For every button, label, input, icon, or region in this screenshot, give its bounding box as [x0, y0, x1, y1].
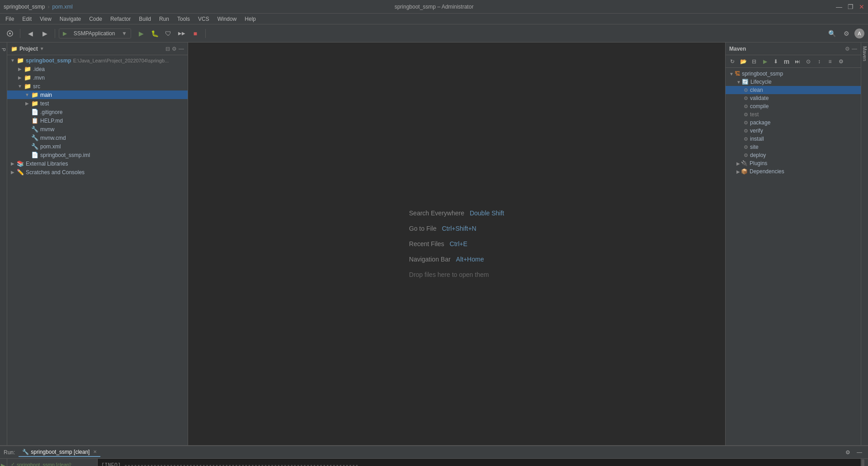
run-button[interactable]: ▶	[135, 27, 147, 40]
pom-label: pom.xml	[40, 143, 61, 150]
toolbar-vcs-btn[interactable]	[4, 27, 16, 40]
console-output[interactable]: [INFO] ---------------------------------…	[98, 459, 861, 466]
menu-vcs[interactable]: VCS	[194, 15, 213, 23]
dependencies-icon: 📦	[741, 168, 748, 175]
tree-root[interactable]: ▼ 📁 springboot_ssmp E:\Java_Learn\Projec…	[7, 56, 188, 65]
maven-plugins-group[interactable]: ▶ 🔌 Plugins	[726, 159, 861, 167]
maximize-button[interactable]: ❐	[848, 3, 854, 10]
tree-iml[interactable]: 📄 springboot_ssmp.iml	[7, 151, 188, 159]
maven-reload-btn[interactable]: ↻	[727, 57, 737, 67]
maven-execute-btn[interactable]: m	[782, 57, 792, 67]
more-run-button[interactable]: ▶▶	[175, 27, 188, 40]
maven-more-btn[interactable]: ⚙	[836, 57, 846, 67]
maven-download-btn[interactable]: ⬇	[771, 57, 781, 67]
tree-mvnw[interactable]: 🔧 mvnw	[7, 125, 188, 133]
maven-validate[interactable]: ⚙ validate	[726, 94, 861, 102]
left-sidebar-project-label[interactable]: P	[0, 44, 7, 55]
package-gear-icon: ⚙	[744, 120, 748, 126]
maven-install[interactable]: ⚙ install	[726, 135, 861, 143]
minimize-button[interactable]: —	[836, 3, 842, 10]
menu-window[interactable]: Window	[214, 15, 241, 23]
account-btn[interactable]: A	[854, 29, 864, 38]
tree-pom[interactable]: 🔧 pom.xml	[7, 142, 188, 151]
ext-libs-arrow: ▶	[9, 161, 16, 166]
maven-filter-btn[interactable]: ≡	[825, 57, 835, 67]
tree-mvn[interactable]: ▶ 📁 .mvn	[7, 73, 188, 82]
search-everywhere-btn[interactable]: 🔍	[826, 27, 838, 40]
collapse-all-btn[interactable]: ⊟	[165, 46, 170, 52]
maven-deploy[interactable]: ⚙ deploy	[726, 151, 861, 159]
maven-collapse-btn[interactable]: ⊟	[749, 57, 759, 67]
maven-compile[interactable]: ⚙ compile	[726, 102, 861, 110]
maven-minimize-btn[interactable]: —	[852, 46, 857, 52]
maven-run-btn[interactable]: ▶	[760, 57, 770, 67]
menu-build[interactable]: Build	[135, 15, 155, 23]
menu-navigate[interactable]: Navigate	[56, 15, 85, 23]
menu-code[interactable]: Code	[85, 15, 106, 23]
tree-test[interactable]: ▶ 📁 test	[7, 99, 188, 108]
test-icon: 📁	[31, 100, 39, 107]
main-layout: P 📁 Project ▼ ⊟ ⚙ — ▼ 📁 springboot_ssmp …	[0, 43, 868, 445]
run-settings-btn[interactable]: ⚙	[843, 447, 853, 457]
run-config-selector[interactable]: ▶ SSMPApplication ▼	[59, 29, 131, 38]
tree-idea[interactable]: ▶ 📁 .idea	[7, 65, 188, 73]
check-icon: ✓	[11, 461, 15, 466]
coverage-button[interactable]: 🛡	[162, 27, 175, 40]
tree-gitignore[interactable]: 📄 .gitignore	[7, 108, 188, 116]
main-icon: 📁	[31, 91, 39, 98]
compile-label: compile	[750, 103, 769, 109]
maven-site[interactable]: ⚙ site	[726, 143, 861, 151]
maven-test[interactable]: ⚙ test	[726, 110, 861, 119]
run-task-item[interactable]: ✓ springboot_ssmp [clean]:	[9, 461, 95, 466]
test-arrow: ▶	[24, 101, 31, 106]
run-tab-close[interactable]: ✕	[93, 449, 97, 454]
maven-title: Maven	[729, 46, 746, 52]
run-minimize-btn[interactable]: —	[854, 447, 864, 457]
maven-clean[interactable]: ⚙ clean	[726, 86, 861, 94]
ext-libs-label: External Libraries	[26, 161, 68, 167]
iml-icon: 📄	[31, 152, 39, 158]
menu-view[interactable]: View	[36, 15, 55, 23]
run-tab-clean[interactable]: 🔧 springboot_ssmp [clean] ✕	[19, 448, 100, 457]
menu-tools[interactable]: Tools	[174, 15, 193, 23]
close-button[interactable]: ✕	[859, 3, 864, 10]
maven-settings-btn[interactable]: ⚙	[845, 46, 850, 52]
mvn-arrow: ▶	[16, 75, 24, 80]
tree-scratches[interactable]: ▶ ✏️ Scratches and Consoles	[7, 168, 188, 176]
tree-external-libs[interactable]: ▶ 📚 External Libraries	[7, 159, 188, 168]
maven-sidebar-label[interactable]: Maven	[861, 43, 868, 65]
menu-refactor[interactable]: Refactor	[107, 15, 134, 23]
menu-file[interactable]: File	[2, 15, 18, 23]
project-dropdown-arrow[interactable]: ▼	[40, 46, 44, 51]
maven-dependencies-group[interactable]: ▶ 📦 Dependencies	[726, 167, 861, 176]
close-panel-btn[interactable]: —	[179, 46, 184, 52]
menu-bar: File Edit View Navigate Code Refactor Bu…	[0, 14, 868, 24]
tree-help[interactable]: 📋 HELP.md	[7, 116, 188, 125]
plugins-arrow: ▶	[736, 161, 740, 166]
tree-src[interactable]: ▼ 📁 src	[7, 82, 188, 90]
maven-sort-btn[interactable]: ↕	[814, 57, 824, 67]
maven-lifecycle-group[interactable]: ▼ 🔄 Lifecycle	[726, 78, 861, 86]
menu-edit[interactable]: Edit	[19, 15, 35, 23]
debug-button[interactable]: 🐛	[148, 27, 161, 40]
maven-package[interactable]: ⚙ package	[726, 119, 861, 127]
menu-help[interactable]: Help	[241, 15, 259, 23]
maven-root[interactable]: ▼ 🏗 springboot_ssmp	[726, 70, 861, 78]
run-right-scrollbar[interactable]	[861, 459, 868, 466]
tree-main[interactable]: ▼ 📁 main	[7, 90, 188, 99]
maven-root-icon: 🏗	[735, 71, 740, 77]
maven-add-btn[interactable]: 📂	[738, 57, 748, 67]
main-label: main	[40, 92, 52, 98]
menu-run[interactable]: Run	[156, 15, 173, 23]
maven-root-label: springboot_ssmp	[742, 71, 783, 77]
maven-toggle-btn[interactable]: ⊙	[803, 57, 813, 67]
tree-mvnw-cmd[interactable]: 🔧 mvnw.cmd	[7, 133, 188, 142]
toolbar-forward-btn[interactable]: ▶	[38, 27, 51, 40]
maven-verify[interactable]: ⚙ verify	[726, 127, 861, 135]
console-line-0: [INFO] ---------------------------------…	[101, 462, 857, 466]
stop-button[interactable]: ■	[189, 27, 202, 40]
maven-skip-btn[interactable]: ⏭	[793, 57, 802, 67]
settings-btn[interactable]: ⚙	[840, 27, 853, 40]
gear-icon[interactable]: ⚙	[172, 46, 177, 52]
toolbar-back-btn[interactable]: ◀	[24, 27, 37, 40]
